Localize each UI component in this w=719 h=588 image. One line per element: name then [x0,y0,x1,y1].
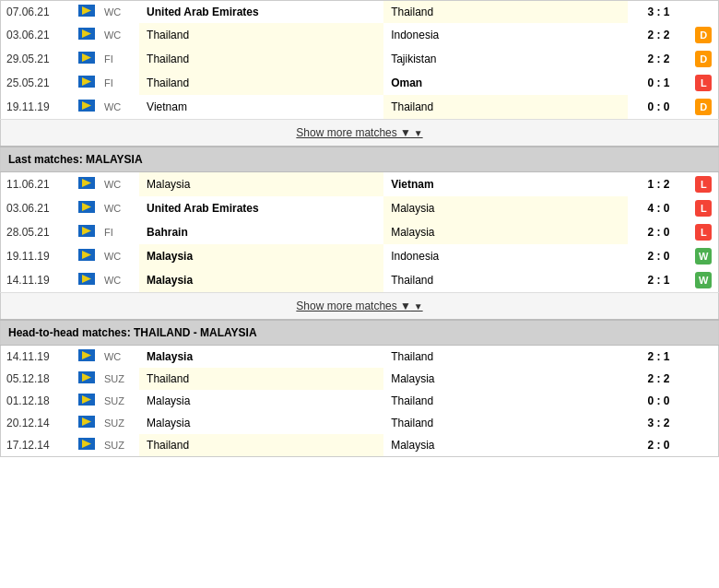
match-date: 19.11.19 [1,95,73,120]
table-row: 03.06.21 WC United Arab Emirates Malaysi… [1,196,719,220]
show-more-link[interactable]: Show more matches ▼ [296,126,422,139]
flag-cell [73,1,100,24]
match-date: 28.05.21 [1,220,73,244]
table-row: 11.06.21 WC Malaysia Vietnam 1 : 2 L [1,172,719,197]
match-score: 2 : 2 [628,47,689,71]
result-cell: W [690,244,719,268]
match-score: 3 : 1 [628,1,689,24]
match-score: 4 : 0 [628,196,689,220]
flag-icon [78,177,95,189]
section-header-row: Last matches: MALAYSIA [1,147,719,172]
flag-cell [73,434,100,457]
result-badge: L [695,224,712,241]
flag-icon [78,52,95,64]
flag-icon [78,416,95,428]
match-score: 3 : 2 [628,412,689,434]
competition: WC [100,244,139,268]
table-row: 19.11.19 WC Malaysia Indonesia 2 : 0 W [1,244,719,268]
flag-cell [73,268,100,293]
table-row: 14.11.19 WC Malaysia Thailand 2 : 1 W [1,268,719,293]
competition: SUZ [100,368,139,390]
flag-cell [73,346,100,369]
match-score: 2 : 0 [628,220,689,244]
competition: FI [100,220,139,244]
home-team: Thailand [139,71,383,95]
flag-icon [78,394,95,406]
result-cell: D [690,95,719,120]
away-team: Thailand [383,1,628,24]
away-team: Thailand [383,268,628,293]
result-cell: L [690,196,719,220]
result-cell [690,368,719,390]
away-team: Thailand [383,390,628,412]
result-cell: L [690,220,719,244]
result-cell [690,390,719,412]
result-cell [690,434,719,457]
table-row: 05.12.18 SUZ Thailand Malaysia 2 : 2 [1,368,719,390]
home-team: United Arab Emirates [139,196,383,220]
competition: FI [100,47,139,71]
flag-cell [73,95,100,120]
away-team: Indonesia [383,23,628,47]
result-badge: L [695,75,712,91]
flag-icon [78,273,95,285]
home-team: Thailand [139,434,383,457]
flag-cell [73,412,100,434]
match-score: 2 : 2 [628,368,689,390]
match-date: 29.05.21 [1,47,73,71]
away-team: Tajikistan [383,47,628,71]
home-team: Malaysia [139,346,383,369]
result-badge: W [695,248,712,265]
table-row: 25.05.21 FI Thailand Oman 0 : 1 L [1,71,719,95]
home-team: Malaysia [139,390,383,412]
result-cell [690,346,719,369]
section-title: Last matches: MALAYSIA [8,153,143,166]
table-row: 20.12.14 SUZ Malaysia Thailand 3 : 2 [1,412,719,434]
competition: WC [100,346,139,369]
flag-cell [73,172,100,197]
competition: SUZ [100,434,139,457]
table-row: 14.11.19 WC Malaysia Thailand 2 : 1 [1,346,719,369]
match-score: 0 : 0 [628,390,689,412]
result-cell: D [690,47,719,71]
result-badge: W [695,272,712,288]
competition: WC [100,23,139,47]
flag-icon [78,100,95,112]
home-team: United Arab Emirates [139,1,383,24]
show-more-link[interactable]: Show more matches ▼ [296,300,422,312]
table-row: 28.05.21 FI Bahrain Malaysia 2 : 0 L [1,220,719,244]
home-team: Bahrain [139,220,383,244]
home-team: Malaysia [139,244,383,268]
result-cell: L [690,172,719,197]
competition: WC [100,1,139,24]
result-badge: L [695,176,712,193]
match-score: 2 : 0 [628,244,689,268]
table-row: 29.05.21 FI Thailand Tajikistan 2 : 2 D [1,47,719,71]
match-score: 2 : 1 [628,346,689,369]
flag-cell [73,390,100,412]
away-team: Vietnam [383,172,628,197]
table-row: 17.12.14 SUZ Thailand Malaysia 2 : 0 [1,434,719,457]
result-cell: D [690,23,719,47]
match-date: 03.06.21 [1,23,73,47]
flag-cell [73,47,100,71]
match-date: 11.06.21 [1,172,73,197]
table-row: 19.11.19 WC Vietnam Thailand 0 : 0 D [1,95,719,120]
flag-icon [78,76,95,88]
show-more-row[interactable]: Show more matches ▼ [1,293,719,321]
flag-icon [78,225,95,237]
match-date: 05.12.18 [1,368,73,390]
flag-icon [78,201,95,213]
result-cell [690,412,719,434]
flag-cell [73,23,100,47]
away-team: Oman [383,71,628,95]
flag-icon [78,438,95,450]
result-badge: D [695,99,712,115]
match-score: 2 : 0 [628,434,689,457]
result-cell: W [690,268,719,293]
match-date: 19.11.19 [1,244,73,268]
home-team: Thailand [139,47,383,71]
flag-icon [78,249,95,261]
match-date: 01.12.18 [1,390,73,412]
show-more-row[interactable]: Show more matches ▼ [1,120,719,147]
